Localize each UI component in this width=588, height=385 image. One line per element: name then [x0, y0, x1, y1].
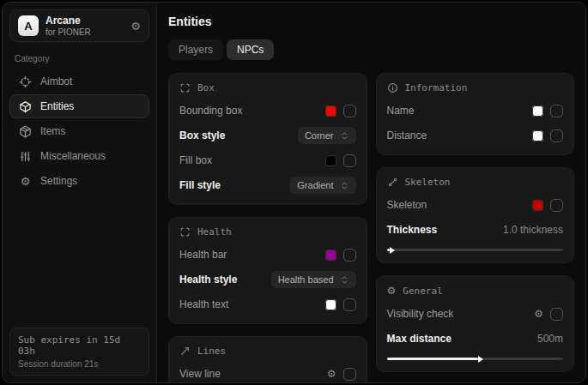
checkbox[interactable]	[343, 154, 356, 167]
setting-row-health-text: Health text	[179, 296, 356, 313]
information-card-header: Information	[387, 82, 564, 93]
general-card: ⚙ General Visibility check ⚙ Max dis	[376, 275, 575, 372]
setting-label: Health text	[179, 298, 228, 310]
left-column: Box Bounding box Box style	[168, 73, 367, 382]
skeleton-card: Skeleton Skeleton Thickness 1.0 t	[376, 167, 575, 263]
card-title: Lines	[197, 346, 226, 357]
sidebar-item-items[interactable]: Items	[9, 119, 149, 143]
checkbox[interactable]	[343, 368, 356, 381]
checkbox[interactable]	[550, 308, 563, 321]
sidebar-item-label: Aimbot	[40, 75, 72, 87]
setting-row-health-style: Health style Health based	[179, 271, 356, 288]
setting-label: Fill box	[179, 154, 212, 166]
setting-row-bounding-box: Bounding box	[179, 102, 356, 119]
checkbox[interactable]	[343, 105, 356, 117]
gear-icon: ⚙	[19, 175, 32, 188]
sidebar: A Arcane for PIONER ⚙ Category Aimbot En…	[3, 3, 157, 382]
sidebar-item-label: Settings	[40, 175, 77, 187]
dropdown-value: Gradient	[297, 180, 333, 190]
brand-text: Arcane for PIONER	[45, 15, 91, 37]
color-swatch[interactable]	[325, 105, 336, 117]
cards-grid: Box Bounding box Box style	[168, 73, 574, 382]
slider-track	[387, 358, 564, 360]
lines-card: Lines View line ⚙ Line to enemy	[168, 336, 367, 382]
setting-row-name: Name	[387, 102, 564, 119]
checkbox[interactable]	[343, 249, 356, 262]
checkbox[interactable]	[343, 298, 356, 311]
color-swatch[interactable]	[532, 200, 543, 211]
card-title: Information	[405, 82, 468, 93]
slider-handle[interactable]	[387, 249, 390, 251]
slider-track	[387, 249, 564, 251]
color-swatch[interactable]	[325, 250, 336, 261]
setting-label: Visibility check	[387, 308, 454, 320]
checkbox[interactable]	[550, 105, 563, 117]
card-title: General	[403, 286, 442, 297]
gear-icon: ⚙	[387, 285, 397, 297]
checkbox[interactable]	[550, 199, 563, 212]
setting-row-max-distance: Max distance 500m	[387, 330, 564, 347]
sidebar-item-entities[interactable]: Entities	[9, 94, 149, 118]
color-swatch[interactable]	[532, 130, 543, 141]
tab-npcs[interactable]: NPCs	[227, 39, 274, 60]
fill-style-dropdown[interactable]: Gradient	[290, 177, 355, 194]
corner-brackets-icon	[179, 82, 191, 93]
setting-row-distance: Distance	[387, 127, 564, 144]
chevrons-up-down-icon	[340, 131, 349, 141]
information-card: Information Name Distance	[376, 73, 575, 155]
checkbox[interactable]	[550, 129, 563, 142]
cube-icon	[19, 100, 32, 113]
setting-label: View line	[179, 368, 221, 380]
gear-icon[interactable]: ⚙	[534, 308, 543, 320]
sidebar-item-aimbot[interactable]: Aimbot	[9, 69, 149, 93]
sidebar-item-label: Entities	[40, 100, 74, 112]
tab-players[interactable]: Players	[168, 39, 223, 60]
slider-handle[interactable]	[387, 358, 479, 360]
session-duration-text: Session duration 21s	[18, 359, 141, 369]
setting-row-fill-style: Fill style Gradient	[179, 177, 356, 194]
thickness-value: 1.0 thickness	[503, 224, 563, 236]
page-title: Entities	[168, 15, 574, 28]
card-title: Health	[197, 226, 232, 238]
gear-icon[interactable]: ⚙	[130, 20, 141, 33]
setting-row-visibility-check: Visibility check ⚙	[387, 305, 564, 322]
health-card-header: Health	[179, 226, 356, 238]
sidebar-item-label: Miscellaneous	[40, 150, 106, 162]
setting-label: Skeleton	[387, 199, 427, 211]
package-icon	[19, 125, 32, 138]
color-swatch[interactable]	[532, 105, 543, 117]
gear-icon[interactable]: ⚙	[327, 368, 336, 380]
info-icon	[387, 82, 398, 93]
sidebar-item-settings[interactable]: ⚙ Settings	[9, 169, 149, 193]
health-style-dropdown[interactable]: Health based	[271, 271, 356, 288]
box-style-dropdown[interactable]: Corner	[298, 127, 356, 144]
setting-row-skeleton: Skeleton	[387, 196, 564, 214]
setting-label: Health bar	[179, 249, 227, 261]
card-title: Box	[197, 82, 215, 93]
sidebar-nav: Aimbot Entities Items Miscellaneous ⚙ Se…	[9, 69, 149, 193]
bone-icon	[387, 177, 398, 188]
setting-label: Thickness	[387, 224, 438, 236]
sidebar-item-miscellaneous[interactable]: Miscellaneous	[9, 144, 149, 168]
setting-label: Name	[387, 105, 415, 117]
lines-card-header: Lines	[179, 346, 356, 357]
dropdown-value: Health based	[278, 274, 334, 285]
max-distance-slider[interactable]	[387, 355, 564, 361]
setting-row-view-line: View line ⚙	[179, 365, 356, 382]
chevrons-up-down-icon	[340, 181, 349, 190]
box-card: Box Bounding box Box style	[168, 73, 367, 205]
tab-bar: Players NPCs	[168, 39, 574, 60]
setting-label: Fill style	[179, 179, 221, 191]
setting-label: Distance	[387, 129, 427, 141]
box-card-header: Box	[179, 82, 356, 93]
brand-card: A Arcane for PIONER ⚙	[9, 9, 149, 42]
sub-expires-text: Sub expires in 15d 03h	[18, 334, 141, 357]
brand-subtitle: for PIONER	[45, 27, 91, 37]
color-swatch[interactable]	[325, 299, 336, 310]
setting-row-thickness: Thickness 1.0 thickness	[387, 221, 564, 238]
color-swatch[interactable]	[325, 155, 336, 166]
diagonal-line-icon	[179, 346, 191, 357]
category-label: Category	[15, 54, 144, 63]
sliders-icon	[19, 150, 32, 163]
thickness-slider[interactable]	[387, 246, 564, 252]
